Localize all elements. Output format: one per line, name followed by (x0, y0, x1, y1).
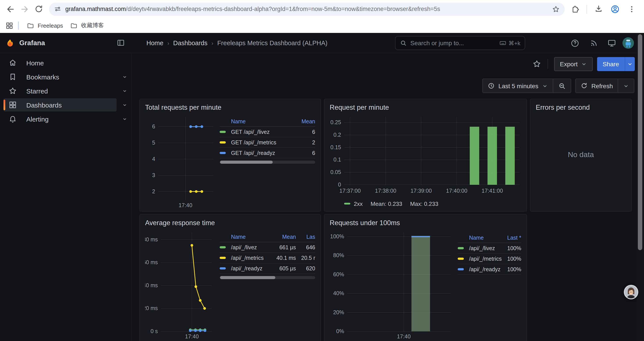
series-name[interactable]: 2xx (354, 200, 362, 207)
request-per-minute-chart[interactable]: 0.250.20.150.10.05017:37:0017:38:0017:39… (330, 113, 522, 197)
legend-row[interactable]: /api/_/livez661 µs646 (220, 242, 315, 253)
menu-kebab-icon[interactable] (625, 2, 639, 16)
legend-row[interactable]: /api/_/readyz605 µs620 (220, 263, 315, 274)
refresh-button[interactable]: Refresh (576, 79, 618, 93)
legend-line[interactable]: 2xxMean: 0.233Max: 0.233 (330, 199, 521, 208)
sidebar-item-home[interactable]: Home (4, 56, 116, 69)
apps-grid-icon[interactable] (5, 21, 14, 30)
requests-under-100ms-chart[interactable]: 100%80%60%40%20%0%17:40 (330, 229, 452, 341)
legend-row[interactable]: GET /api/_/readyz6 (220, 148, 315, 158)
scrollbar-thumb[interactable] (638, 34, 642, 250)
reload-icon[interactable] (32, 2, 46, 16)
legend-row[interactable]: GET /api/_/metrics2 (220, 137, 315, 148)
time-range-picker[interactable]: Last 5 minutes (483, 79, 553, 93)
news-rss-icon[interactable] (589, 38, 599, 48)
svg-text:20 ms: 20 ms (145, 305, 158, 311)
svg-text:0.05: 0.05 (330, 169, 341, 175)
legend-row[interactable]: /api/_/livez100% (458, 243, 521, 254)
legend-column-name[interactable]: Name (231, 234, 268, 240)
downloads-icon[interactable] (592, 2, 606, 16)
grafana-brand[interactable]: Grafana (6, 33, 45, 53)
extensions-icon[interactable] (568, 2, 582, 16)
svg-text:0.1: 0.1 (334, 156, 341, 163)
legend-row[interactable]: /api/_/readyz100% (458, 264, 521, 275)
panel-title[interactable]: Request per minute (330, 103, 521, 112)
chevron-down-icon[interactable] (122, 102, 128, 108)
bookmark-star-icon[interactable] (552, 5, 560, 13)
legend-column-mean[interactable]: Mean (268, 234, 296, 240)
bookmark-folder-freeleaps[interactable]: Freeleaps (23, 20, 67, 31)
share-menu-chevron-icon[interactable] (625, 57, 635, 71)
breadcrumb-separator: › (167, 40, 169, 46)
favorite-star-icon[interactable] (532, 59, 542, 69)
export-button[interactable]: Export (554, 57, 592, 71)
series-value: 40.1 ms (268, 255, 296, 261)
legend-column-name[interactable]: Name (469, 235, 502, 241)
series-color-pill (458, 268, 464, 270)
chevron-down-icon[interactable] (122, 88, 128, 94)
zoom-out-button[interactable] (553, 79, 571, 93)
clock-icon (488, 82, 495, 90)
sidebar-item-dashboards[interactable]: Dashboards (4, 98, 116, 112)
chevron-down-icon[interactable] (122, 74, 128, 80)
average-response-time-chart[interactable]: 80 ms60 ms40 ms20 ms0 s17:40 (145, 229, 216, 341)
panel-title[interactable]: Requests under 100ms (330, 218, 521, 228)
legend-row[interactable]: /api/_/metrics40.1 ms20.5 r (220, 253, 315, 263)
chevron-down-icon[interactable] (122, 116, 128, 122)
breadcrumb-dashboards[interactable]: Dashboards (173, 40, 207, 47)
sidebar-toggle-icon[interactable] (116, 39, 125, 49)
url-bar[interactable]: grafana.mathmast.com/d/deytv4rwavabkb/fr… (49, 3, 565, 16)
time-controls: Last 5 minutes (482, 79, 634, 93)
search-input[interactable]: Search or jump to... ⌘+k (395, 36, 525, 50)
svg-text:0.15: 0.15 (330, 144, 341, 150)
series-value: 646 (296, 244, 315, 250)
svg-text:0: 0 (338, 181, 341, 188)
panel-grid: Total requests per minute 6543217:40 Nam… (132, 99, 644, 341)
legend-row[interactable]: GET /api/_/livez6 (220, 127, 315, 137)
time-range-group: Last 5 minutes (482, 79, 571, 93)
series-value: 20.5 r (296, 255, 315, 261)
legend-column-las[interactable]: Las (296, 234, 315, 240)
series-color-pill (458, 247, 464, 249)
total-requests-chart[interactable]: 6543217:40 (145, 113, 216, 211)
url-domain: grafana.mathmast.com (65, 6, 126, 12)
forward-icon[interactable] (18, 2, 32, 16)
back-icon[interactable] (4, 2, 18, 16)
help-icon[interactable] (570, 38, 580, 48)
divider (18, 21, 19, 30)
sidebar-item-bookmarks[interactable]: Bookmarks (4, 70, 116, 83)
sidebar-item-starred[interactable]: Starred (4, 84, 116, 97)
folder-icon (27, 22, 34, 29)
breadcrumb: Home › Dashboards › Freeleaps Metrics Da… (146, 33, 328, 53)
series-stat: Max: 0.233 (410, 200, 438, 207)
sidebar-item-alerting[interactable]: Alerting (4, 112, 116, 126)
legend-column-mean[interactable]: Mean (292, 118, 315, 124)
share-button[interactable]: Share (597, 57, 635, 71)
legend-row[interactable]: /api/_/metrics100% (458, 254, 521, 264)
breadcrumb-home[interactable]: Home (146, 40, 163, 47)
legend-horizontal-scrollbar[interactable] (220, 276, 315, 279)
refresh-icon (580, 82, 588, 90)
svg-text:17:40: 17:40 (397, 333, 411, 339)
scrollbar-thumb[interactable] (220, 276, 276, 279)
browser-actions (568, 2, 640, 16)
series-value: 6 (292, 150, 315, 156)
dashboard-controls: Export Share (532, 57, 635, 71)
legend-column-name[interactable]: Name (231, 118, 292, 124)
user-avatar[interactable] (622, 37, 634, 49)
panel-title[interactable]: Average response time (145, 218, 315, 228)
monitor-icon[interactable] (607, 38, 616, 48)
svg-text:17:40: 17:40 (185, 333, 199, 339)
series-color-pill (220, 152, 226, 154)
chevron-down-icon (581, 61, 587, 67)
legend-column-last-[interactable]: Last * (502, 235, 521, 241)
profile-icon[interactable] (608, 2, 622, 16)
panel-title[interactable]: Total requests per minute (145, 103, 315, 112)
legend-horizontal-scrollbar[interactable] (220, 161, 315, 164)
refresh-interval-button[interactable] (618, 79, 634, 93)
panel-title[interactable]: Errors per second (536, 103, 626, 112)
scrollbar-thumb[interactable] (220, 161, 273, 164)
site-settings-icon[interactable] (54, 5, 62, 13)
floating-assistant-avatar[interactable] (624, 285, 638, 299)
bookmark-folder-blogs[interactable]: 收藏博客 (67, 20, 108, 31)
